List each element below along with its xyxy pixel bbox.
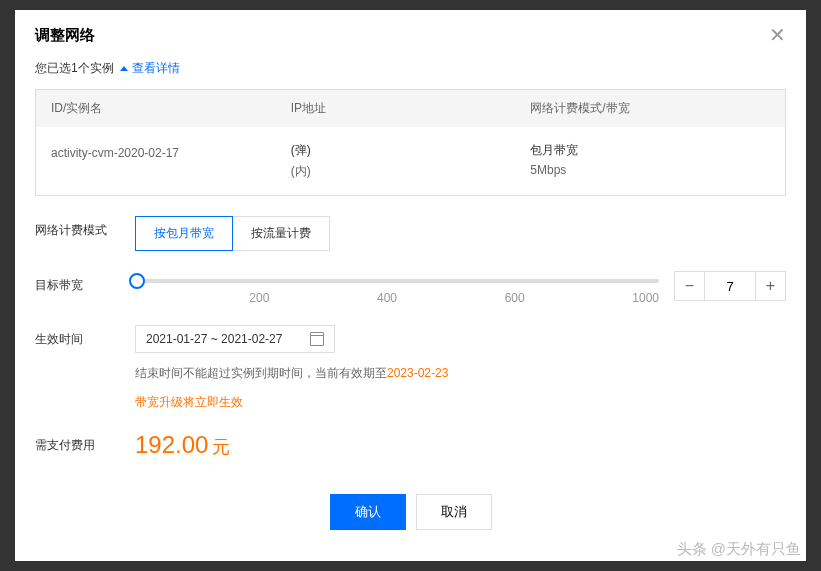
stepper-minus-button[interactable]: − — [675, 272, 705, 300]
bandwidth-label: 目标带宽 — [35, 271, 135, 294]
expiry-hint-text: 结束时间不能超过实例到期时间，当前有效期至 — [135, 366, 387, 380]
cancel-button[interactable]: 取消 — [416, 494, 492, 530]
billing-mode-row: 网络计费模式 按包月带宽 按流量计费 — [35, 216, 786, 251]
modal-title: 调整网络 — [35, 26, 95, 45]
bandwidth-row: 目标带宽 0 200 400 600 1000 — [35, 271, 786, 305]
instance-table: ID/实例名 IP地址 网络计费模式/带宽 activity-cvm-2020-… — [35, 89, 786, 196]
cost-label: 需支付费用 — [35, 431, 135, 454]
selection-count: 您已选1个实例 — [35, 60, 114, 77]
instance-name: activity-cvm-2020-02-17 — [51, 146, 291, 160]
billing-mode-value: 包月带宽 — [530, 143, 578, 157]
tick-600: 600 — [505, 291, 525, 305]
bandwidth-slider[interactable]: 0 200 400 600 1000 — [135, 271, 659, 305]
col-header-id: ID/实例名 — [51, 100, 291, 117]
ip-internal-suffix: (内) — [291, 163, 531, 180]
expiry-date: 2023-02-23 — [387, 366, 448, 380]
view-details-link[interactable]: 查看详情 — [132, 60, 180, 77]
bandwidth-input[interactable] — [705, 272, 755, 300]
date-range-value: 2021-01-27 ~ 2021-02-27 — [146, 332, 282, 346]
billing-option-monthly[interactable]: 按包月带宽 — [135, 216, 233, 251]
confirm-button[interactable]: 确认 — [330, 494, 406, 530]
close-button[interactable]: ✕ — [769, 25, 786, 45]
cell-mode: 包月带宽 5Mbps — [530, 142, 770, 180]
selection-info: 您已选1个实例 查看详情 — [35, 60, 786, 77]
table-row: activity-cvm-2020-02-17 (弹) (内) 包月带宽 5Mb… — [36, 127, 785, 195]
tick-200: 200 — [249, 291, 269, 305]
adjust-network-modal: 调整网络 ✕ 您已选1个实例 查看详情 ID/实例名 IP地址 网络计费模式/带… — [15, 10, 806, 561]
modal-header: 调整网络 ✕ — [15, 10, 806, 55]
date-range-input[interactable]: 2021-01-27 ~ 2021-02-27 — [135, 325, 335, 353]
upgrade-note: 带宽升级将立即生效 — [135, 394, 786, 411]
effective-time-label: 生效时间 — [35, 325, 135, 348]
modal-footer: 确认 取消 — [35, 479, 786, 550]
slider-thumb[interactable] — [129, 273, 145, 289]
col-header-ip: IP地址 — [291, 100, 531, 117]
table-header: ID/实例名 IP地址 网络计费模式/带宽 — [36, 90, 785, 127]
bandwidth-stepper: − + — [674, 271, 786, 301]
modal-body: 您已选1个实例 查看详情 ID/实例名 IP地址 网络计费模式/带宽 activ… — [15, 55, 806, 561]
close-icon: ✕ — [769, 24, 786, 46]
cell-id: activity-cvm-2020-02-17 — [51, 142, 291, 180]
slider-track — [135, 279, 659, 283]
caret-up-icon — [120, 66, 128, 71]
cell-ip: (弹) (内) — [291, 142, 531, 180]
expiry-hint: 结束时间不能超过实例到期时间，当前有效期至2023-02-23 — [135, 365, 786, 382]
billing-mode-radio-group: 按包月带宽 按流量计费 — [135, 216, 786, 251]
calendar-icon — [310, 332, 324, 346]
cost-row: 需支付费用 192.00元 — [35, 431, 786, 459]
bandwidth-value: 5Mbps — [530, 163, 770, 177]
stepper-plus-button[interactable]: + — [755, 272, 785, 300]
cost-unit: 元 — [212, 437, 230, 457]
slider-ticks: 0 200 400 600 1000 — [135, 291, 659, 305]
cost-amount: 192.00 — [135, 431, 208, 458]
effective-time-row: 生效时间 2021-01-27 ~ 2021-02-27 结束时间不能超过实例到… — [35, 325, 786, 411]
col-header-mode: 网络计费模式/带宽 — [530, 100, 770, 117]
tick-400: 400 — [377, 291, 397, 305]
ip-elastic-suffix: (弹) — [291, 143, 311, 157]
billing-mode-label: 网络计费模式 — [35, 216, 135, 239]
tick-1000: 1000 — [632, 291, 659, 305]
billing-option-traffic[interactable]: 按流量计费 — [232, 216, 330, 251]
